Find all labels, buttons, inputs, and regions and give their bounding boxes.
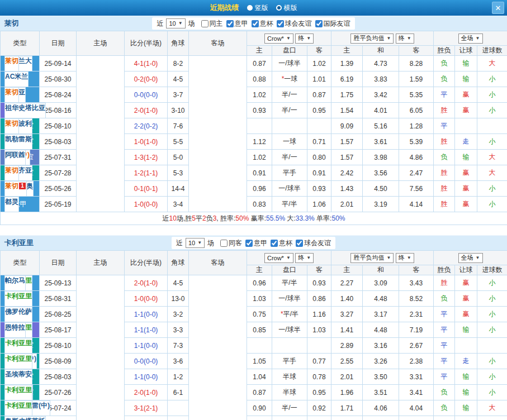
close-icon: ✕ — [495, 4, 501, 12]
match-row: 球会友谊25-08-09桑坦德(中)0-0(0-0)3-6卡利亚里1.05平手0… — [1, 354, 507, 369]
filter-checkbox-input[interactable] — [296, 240, 303, 247]
result-text: 输 — [463, 388, 470, 396]
odds-source-value: Crow* — [267, 35, 284, 42]
filter-checkbox-label: 意杯 — [279, 238, 292, 248]
result-outcome-cell: 胜 — [434, 275, 455, 291]
filter-checkbox[interactable]: 意杯 — [252, 19, 273, 28]
score-text: 2-2(0-2) — [134, 122, 158, 130]
filter-checkbox[interactable]: 同客 — [220, 238, 242, 248]
result-outcome-cell: 胜 — [434, 134, 455, 150]
summary-segment: 近 — [163, 214, 169, 222]
avg-final-dropdown[interactable]: 终▼ — [396, 34, 414, 44]
filter-checkbox[interactable]: 球会友谊 — [277, 19, 312, 28]
filter-checkbox-label: 意杯 — [260, 19, 273, 28]
team-name: 卡利亚里 — [4, 238, 34, 248]
avg-home-cell: 1.43 — [331, 181, 363, 197]
result-handicap-cell — [455, 416, 477, 420]
radio-unselected-icon — [247, 5, 253, 11]
result-text: 小 — [489, 388, 496, 396]
result-text: 小 — [489, 184, 496, 192]
odds-source-dropdown[interactable]: Crow*▼ — [264, 34, 293, 44]
team-section-away: 卡利亚里 近 10▼ 场 同客意甲意杯球会友谊 类型 日期 主场 比分(半场) … — [0, 235, 507, 420]
score-cell: 1-1(0-0) — [125, 369, 168, 385]
result-text: 平 — [441, 90, 448, 98]
filter-checkbox-input[interactable] — [277, 20, 284, 27]
odds-home-cell: 0.90 — [247, 400, 272, 416]
subcol-result-goals: 进球数 — [477, 46, 507, 56]
odds-home-cell: 1.02 — [247, 87, 272, 103]
odds-home-cell: 0.85 — [247, 322, 272, 338]
odds-handicap-cell — [272, 416, 307, 420]
result-text: 小 — [489, 294, 496, 302]
match-row: 球会友谊25-07-24加拉塔萨雷(中)3-1(2-1)卡利亚里0.90半/一0… — [1, 400, 507, 416]
filter-checkbox-input[interactable] — [245, 240, 253, 247]
filter-bar: 近 10▼ 场 同客意甲意杯球会友谊 — [172, 237, 335, 249]
avg-dropdown[interactable]: 胜平负均值▼ — [350, 253, 394, 263]
result-text: 负 — [441, 153, 448, 161]
match-count-dropdown[interactable]: 10▼ — [166, 18, 185, 28]
result-text: 输 — [463, 326, 470, 333]
filter-checkbox[interactable]: 国际友谊 — [315, 19, 350, 28]
team-name: 莱切 — [4, 18, 19, 28]
avg-final-dropdown[interactable]: 终▼ — [396, 253, 414, 263]
filter-checkbox-input[interactable] — [315, 20, 323, 27]
layout-radio-horizontal[interactable]: 横版 — [276, 3, 297, 13]
close-button[interactable]: ✕ — [492, 2, 504, 14]
result-text: 大 — [489, 404, 496, 412]
filter-checkbox-input[interactable] — [252, 20, 259, 27]
summary-segment: 单率: — [315, 214, 332, 222]
filter-checkbox-input[interactable] — [226, 20, 234, 27]
corner-cell: 3-6 — [168, 354, 189, 369]
result-text: 小 — [489, 310, 496, 318]
score-cell: 0-1(0-1) — [125, 181, 168, 197]
corner-cell: 4-5 — [168, 71, 189, 87]
date-cell: 25-08-31 — [40, 291, 77, 307]
match-count-dropdown[interactable]: 10▼ — [186, 238, 205, 248]
scope-dropdown[interactable]: 全场▼ — [458, 34, 483, 44]
odds-away-cell: 0.80 — [307, 150, 331, 165]
summary-segment: 55.5% — [266, 214, 285, 222]
result-outcome-cell: 平 — [434, 369, 455, 385]
filter-checkbox-input[interactable] — [271, 240, 278, 247]
filter-checkbox-input[interactable] — [220, 240, 228, 247]
odds-final-dropdown[interactable]: 终▼ — [295, 253, 314, 263]
avg-final-value: 终 — [399, 34, 405, 42]
result-text: 输 — [463, 153, 470, 161]
odds-away-cell: 0.95 — [307, 103, 331, 118]
summary-segment: , 胜率: — [216, 214, 235, 222]
avg-draw-cell: 4.01 — [363, 103, 399, 118]
subcol-result-handicap: 让球 — [455, 265, 477, 275]
filter-checkbox-input[interactable] — [201, 20, 209, 27]
scope-dropdown[interactable]: 全场▼ — [458, 253, 483, 263]
odds-away-cell — [307, 416, 331, 420]
odds-away-cell: 0.78 — [307, 369, 331, 385]
subcol-odds-home: 主 — [247, 46, 272, 56]
result-text: 平 — [441, 373, 448, 380]
avg-draw-cell: 3.83 — [363, 71, 399, 87]
filter-checkbox-label: 意甲 — [254, 238, 267, 248]
chevron-down-icon: ▼ — [386, 256, 391, 260]
score-text: 1-1(0-0) — [134, 342, 158, 350]
odds-final-dropdown[interactable]: 终▼ — [295, 34, 314, 44]
team-label: 阿联酋 — [5, 151, 25, 159]
filter-checkbox[interactable]: 意杯 — [271, 238, 292, 248]
result-text: 胜 — [441, 106, 448, 114]
filter-checkbox[interactable]: 球会友谊 — [296, 238, 331, 248]
result-text: 小 — [489, 373, 496, 380]
odds-source-dropdown[interactable]: Crow*▼ — [264, 253, 293, 263]
avg-dropdown[interactable]: 胜平负均值▼ — [350, 34, 394, 44]
filter-checkbox[interactable]: 同主 — [201, 19, 223, 28]
result-text: 平 — [441, 357, 448, 365]
filter-checkbox[interactable]: 意甲 — [226, 19, 248, 28]
avg-home-cell: 9.09 — [331, 118, 363, 134]
result-text: 赢 — [463, 294, 470, 302]
result-goals-cell: 小 — [477, 134, 507, 150]
chevron-down-icon: ▼ — [386, 36, 391, 41]
team-label: 都灵 — [5, 198, 18, 206]
odds-final-value: 终 — [298, 34, 304, 42]
odds-home-cell: 1.03 — [247, 291, 272, 307]
layout-radio-vertical[interactable]: 竖版 — [247, 3, 268, 13]
away-team-cell: 圣埃蒂安 — [4, 369, 32, 385]
filter-checkbox-label: 同客 — [229, 238, 242, 248]
filter-checkbox[interactable]: 意甲 — [245, 238, 267, 248]
